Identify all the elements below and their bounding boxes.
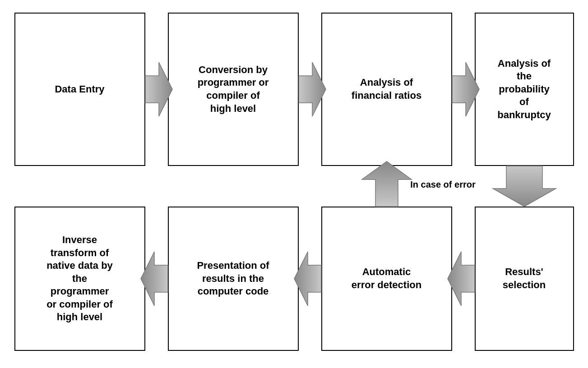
svg-marker-3 [493, 166, 556, 207]
arrow-6-left [294, 252, 321, 306]
svg-marker-6 [141, 252, 168, 306]
in-case-of-error-label: In case of error [398, 179, 488, 190]
svg-marker-1 [299, 62, 326, 116]
svg-marker-5 [294, 252, 321, 306]
arrows-svg [10, 8, 579, 360]
arrow-2-right [299, 62, 326, 116]
svg-marker-4 [448, 252, 475, 306]
arrow-1-right [145, 62, 172, 116]
arrow-7-left [141, 252, 168, 306]
svg-marker-2 [452, 62, 479, 116]
arrow-4-down [493, 166, 556, 207]
svg-marker-0 [145, 62, 172, 116]
arrow-3-right [452, 62, 479, 116]
diagram: Data Entry Conversion by programmer or c… [10, 8, 579, 360]
arrow-5-left [448, 252, 475, 306]
